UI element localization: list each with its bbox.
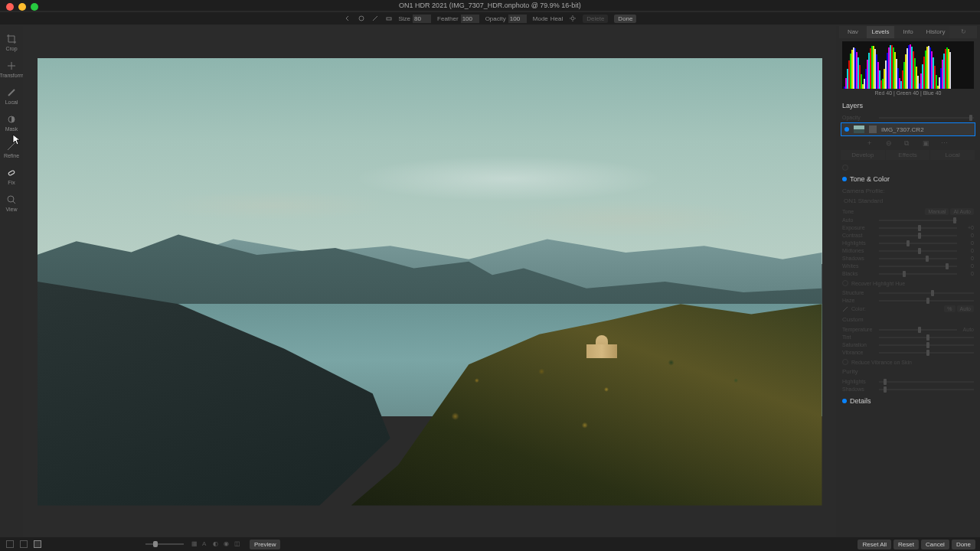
tab-local[interactable]: Local <box>930 150 975 160</box>
purity-shadows-label: Shadows <box>842 386 876 392</box>
size-input[interactable] <box>413 15 431 23</box>
tab-levels[interactable]: Levels <box>867 26 894 38</box>
purity-highlights-slider[interactable] <box>879 381 974 383</box>
merge-layer-icon[interactable]: ▣ <box>923 139 930 147</box>
auto-slider[interactable] <box>879 220 957 221</box>
recover-highlight-checkbox[interactable] <box>842 280 848 286</box>
slider-label-highlights: Highlights <box>842 240 876 246</box>
midtones-slider[interactable] <box>879 250 957 252</box>
clipping-icon[interactable]: ◉ <box>224 540 231 548</box>
structure-slider[interactable] <box>879 292 974 294</box>
stamp-icon[interactable] <box>358 15 365 22</box>
local-tool[interactable]: Local <box>5 87 18 105</box>
done-button-bottom[interactable]: Done <box>952 540 975 549</box>
brush-icon <box>6 87 17 98</box>
opacity-input[interactable] <box>508 15 527 23</box>
tab-info[interactable]: Info <box>894 26 922 38</box>
tab-effects[interactable]: Effects <box>886 150 931 160</box>
minimize-button[interactable] <box>18 3 26 11</box>
layer-opacity-slider[interactable] <box>879 117 974 119</box>
compare-a-icon[interactable]: A <box>202 540 210 548</box>
tab-nav[interactable]: Nav <box>839 26 867 38</box>
single-view-icon[interactable] <box>20 540 28 548</box>
compare-view-icon[interactable] <box>34 540 41 548</box>
haze-label: Haze <box>842 298 876 303</box>
reset-all-button[interactable]: Reset All <box>858 540 891 549</box>
fix-tool[interactable]: Fix <box>6 168 17 185</box>
maximize-button[interactable] <box>31 3 38 11</box>
layers-header[interactable]: Layers <box>836 99 980 112</box>
delete-button[interactable]: Delete <box>583 15 608 23</box>
purity-highlights-label: Highlights <box>842 379 876 384</box>
shadows-slider[interactable] <box>879 258 957 259</box>
layer-opacity-label: Opacity <box>842 115 876 120</box>
opacity-label: Opacity <box>485 15 506 22</box>
toggle-all-checkbox[interactable] <box>842 165 848 171</box>
brush-icon[interactable] <box>371 15 379 22</box>
tab-history[interactable]: History <box>922 26 949 38</box>
add-layer-icon[interactable]: + <box>867 139 875 147</box>
wb-percent-button[interactable]: % <box>944 305 955 312</box>
visibility-dot[interactable] <box>844 127 849 132</box>
cancel-button[interactable]: Cancel <box>921 540 949 549</box>
purity-shadows-slider[interactable] <box>879 389 974 390</box>
exposure-slider[interactable] <box>879 227 957 229</box>
tab-develop[interactable]: Develop <box>841 150 886 160</box>
eraser-icon[interactable] <box>385 15 393 22</box>
highlights-slider[interactable] <box>879 243 957 244</box>
photo-preview <box>38 58 822 506</box>
manual-button[interactable]: Manual <box>925 208 949 215</box>
layer-mask-thumbnail <box>869 126 877 133</box>
histogram-readout: Red 40 | Green 40 | Blue 40 <box>836 90 980 96</box>
refresh-icon[interactable]: ↻ <box>949 26 977 38</box>
saturation-label: Saturation <box>842 342 876 347</box>
reset-button[interactable]: Reset <box>893 540 919 549</box>
canvas[interactable] <box>23 26 836 537</box>
layer-item[interactable]: IMG_7307.CR2 <box>841 122 975 136</box>
camera-profile-value[interactable]: ON1 Standard <box>836 196 980 206</box>
bandage-icon <box>6 168 17 178</box>
close-button[interactable] <box>6 3 14 11</box>
feather-input[interactable] <box>461 15 479 23</box>
mask-view-icon[interactable]: ◐ <box>213 540 220 548</box>
gear-icon[interactable] <box>569 15 577 22</box>
right-panel: Nav Levels Info History ↻ Red 40 | Green… <box>836 26 980 537</box>
temperature-label: Temperature <box>842 327 876 332</box>
undo-icon[interactable] <box>344 15 351 22</box>
grid-view-icon[interactable] <box>6 540 14 548</box>
view-tool[interactable]: View <box>5 194 17 212</box>
whites-slider[interactable] <box>879 266 957 267</box>
transform-tool[interactable]: Transform <box>0 60 24 78</box>
reduce-vibrance-checkbox[interactable] <box>842 359 848 365</box>
svg-rect-4 <box>8 170 15 175</box>
structure-label: Structure <box>842 290 876 295</box>
temperature-slider[interactable] <box>879 329 957 331</box>
haze-slider[interactable] <box>879 300 974 302</box>
saturation-slider[interactable] <box>879 344 974 346</box>
blacks-slider[interactable] <box>879 273 957 275</box>
eyedropper-icon[interactable] <box>842 306 848 312</box>
delete-layer-icon[interactable]: ⊖ <box>886 139 893 147</box>
contrast-slider[interactable] <box>879 235 957 236</box>
preview-button[interactable]: Preview <box>250 540 280 549</box>
more-layer-icon[interactable]: ⋯ <box>941 139 949 147</box>
crop-tool[interactable]: Crop <box>5 34 17 51</box>
vibrance-slider[interactable] <box>879 352 974 354</box>
size-label: Size <box>399 15 411 22</box>
wb-preset[interactable]: Custom <box>836 315 980 324</box>
mode-value[interactable]: Heal <box>550 15 563 22</box>
ai-auto-button[interactable]: AI Auto <box>950 208 974 215</box>
tone-label: Tone <box>842 209 876 214</box>
details-header[interactable]: Details <box>836 394 980 408</box>
softproof-icon[interactable]: ▦ <box>191 540 199 548</box>
mask-tool[interactable]: Mask <box>5 114 18 132</box>
color-auto-button[interactable]: Auto <box>957 305 974 312</box>
done-button[interactable]: Done <box>614 15 636 23</box>
tone-color-header[interactable]: Tone & Color <box>836 172 980 186</box>
reduce-vibrance-label: Reduce Vibrance on Skin <box>851 360 912 365</box>
zoom-slider[interactable] <box>145 543 184 545</box>
split-view-icon[interactable]: ◫ <box>234 540 242 548</box>
tint-slider[interactable] <box>879 337 974 338</box>
title-bar: ON1 HDR 2021 (IMG_7307_HDR.onphoto @ 79.… <box>0 0 980 11</box>
duplicate-layer-icon[interactable]: ⧉ <box>904 139 912 147</box>
